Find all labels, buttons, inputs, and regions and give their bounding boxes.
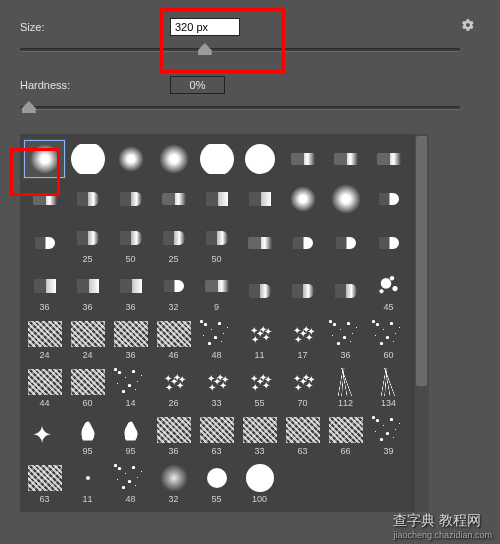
brush-preset[interactable]: 36: [23, 267, 66, 315]
brush-preset[interactable]: 66: [324, 411, 367, 459]
brush-preset[interactable]: 60: [367, 315, 410, 363]
brush-preset[interactable]: 39: [367, 411, 410, 459]
brush-preset[interactable]: [195, 139, 238, 179]
brush-preset[interactable]: 60: [66, 363, 109, 411]
brush-preset[interactable]: [238, 139, 281, 179]
brush-preset[interactable]: 44: [23, 363, 66, 411]
brush-preset[interactable]: 24: [66, 315, 109, 363]
brush-preset[interactable]: 25: [152, 219, 195, 267]
brush-preset[interactable]: [152, 179, 195, 219]
brush-preset[interactable]: [367, 179, 410, 219]
brush-size-label: 63: [211, 446, 221, 456]
hardness-row: Hardness: 0%: [20, 76, 480, 94]
brush-preset[interactable]: 32: [152, 459, 195, 507]
brush-size-label: 95: [82, 446, 92, 456]
brush-preset[interactable]: [281, 267, 324, 315]
brush-preset[interactable]: 36: [109, 315, 152, 363]
brush-preset[interactable]: [195, 179, 238, 219]
brush-size-label: 36: [125, 302, 135, 312]
brush-preset[interactable]: [23, 179, 66, 219]
brush-preset[interactable]: [238, 179, 281, 219]
scrollbar-thumb[interactable]: [416, 136, 427, 386]
brush-preset[interactable]: [66, 179, 109, 219]
brush-preset[interactable]: [324, 179, 367, 219]
brush-preset[interactable]: 36: [109, 267, 152, 315]
brush-preset[interactable]: 63: [195, 411, 238, 459]
brush-preset[interactable]: 14: [109, 363, 152, 411]
brush-size-label: 14: [125, 398, 135, 408]
brush-preset[interactable]: 46: [152, 315, 195, 363]
brush-preset[interactable]: 32: [152, 267, 195, 315]
brush-preset[interactable]: 36: [66, 267, 109, 315]
brush-preset[interactable]: 24: [23, 315, 66, 363]
size-input[interactable]: [170, 18, 240, 36]
brush-preset[interactable]: 45: [367, 267, 410, 315]
brush-size-label: 33: [254, 446, 264, 456]
brush-picker: 25502550363636329452424364648✦11✦1736604…: [20, 134, 480, 512]
brush-preset[interactable]: [152, 139, 195, 179]
brush-preset[interactable]: 48: [195, 315, 238, 363]
brush-size-label: 11: [254, 350, 264, 360]
watermark: 查字典 教程网 jiaocheng.chazidian.com: [393, 512, 492, 540]
hardness-value[interactable]: 0%: [170, 76, 225, 94]
brush-preset[interactable]: 33: [238, 411, 281, 459]
brush-preset[interactable]: ✦17: [281, 315, 324, 363]
brush-preset[interactable]: 134: [367, 363, 410, 411]
brush-size-label: 32: [168, 494, 178, 504]
brush-size-label: 36: [340, 350, 350, 360]
brush-preset[interactable]: [66, 139, 109, 179]
brush-size-label: 48: [211, 350, 221, 360]
brush-preset[interactable]: [238, 267, 281, 315]
brush-preset[interactable]: 63: [281, 411, 324, 459]
brush-empty: [281, 459, 324, 499]
brush-preset[interactable]: 63: [23, 459, 66, 507]
brush-size-label: 39: [383, 446, 393, 456]
brush-preset[interactable]: 48: [109, 459, 152, 507]
brush-preset[interactable]: 95: [109, 411, 152, 459]
brush-preset[interactable]: [324, 219, 367, 267]
brush-preset[interactable]: [238, 219, 281, 267]
brush-preset[interactable]: [109, 179, 152, 219]
size-slider-thumb[interactable]: [198, 43, 212, 55]
scrollbar[interactable]: [413, 134, 429, 512]
brush-preset[interactable]: 55: [195, 459, 238, 507]
brush-preset[interactable]: 50: [195, 219, 238, 267]
brush-preset[interactable]: 50: [109, 219, 152, 267]
brush-size-label: 33: [211, 398, 221, 408]
brush-preset[interactable]: [367, 219, 410, 267]
brush-size-label: 95: [125, 446, 135, 456]
brush-size-label: 9: [214, 302, 219, 312]
brush-preset[interactable]: [281, 179, 324, 219]
brush-preset[interactable]: 36: [324, 315, 367, 363]
brush-size-label: 11: [82, 494, 92, 504]
brush-preset[interactable]: 25: [66, 219, 109, 267]
brush-size-label: 100: [252, 494, 267, 504]
brush-preset[interactable]: 9: [195, 267, 238, 315]
brush-preset[interactable]: [281, 139, 324, 179]
gear-icon[interactable]: [461, 18, 475, 35]
size-slider[interactable]: [20, 42, 460, 58]
brush-preset[interactable]: [109, 139, 152, 179]
hardness-slider[interactable]: [20, 100, 460, 116]
brush-preset[interactable]: ✦: [23, 411, 66, 459]
brush-preset[interactable]: ✦26: [152, 363, 195, 411]
brush-preset[interactable]: [281, 219, 324, 267]
brush-preset[interactable]: 95: [66, 411, 109, 459]
brush-size-label: 36: [125, 350, 135, 360]
brush-preset[interactable]: ✦70: [281, 363, 324, 411]
brush-preset[interactable]: 36: [152, 411, 195, 459]
brush-preset[interactable]: [324, 139, 367, 179]
brush-preset[interactable]: [324, 267, 367, 315]
brush-preset[interactable]: ✦11: [238, 315, 281, 363]
brush-preset[interactable]: [367, 139, 410, 179]
hardness-slider-thumb[interactable]: [22, 101, 36, 113]
brush-size-label: 55: [211, 494, 221, 504]
brush-preset[interactable]: ✦33: [195, 363, 238, 411]
brush-preset[interactable]: [23, 219, 66, 267]
brush-preset[interactable]: 112: [324, 363, 367, 411]
brush-preset[interactable]: [23, 139, 66, 179]
brush-preset[interactable]: 100: [238, 459, 281, 507]
brush-size-label: 36: [82, 302, 92, 312]
brush-preset[interactable]: ✦55: [238, 363, 281, 411]
brush-preset[interactable]: 11: [66, 459, 109, 507]
